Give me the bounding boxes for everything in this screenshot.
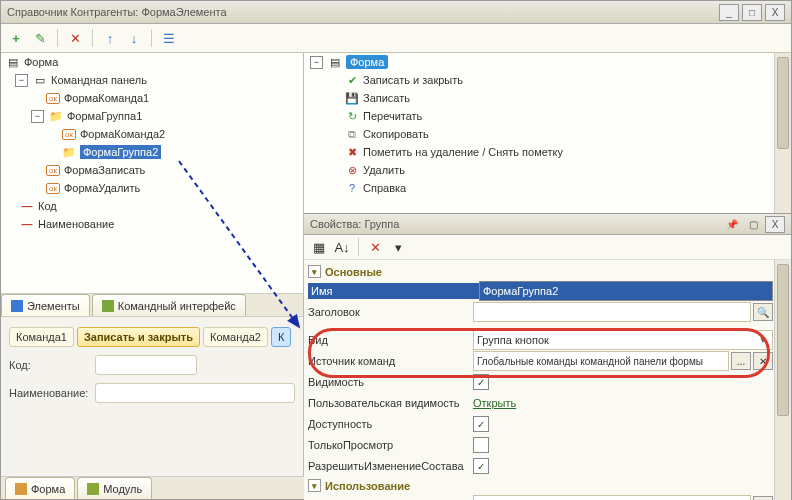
tree-form-delete[interactable]: ок ФормаУдалить (1, 179, 303, 197)
rt-help[interactable]: ? Справка (304, 179, 775, 197)
tree-form-group2[interactable]: 📁 ФормаГруппа2 (1, 143, 303, 161)
checkbox[interactable]: ✓ (473, 374, 489, 390)
rt-mark-delete[interactable]: ✖ Пометить на удаление / Снять пометку (304, 143, 775, 161)
prop-title-value[interactable] (473, 302, 751, 322)
tree-command-panel[interactable]: − ▭ Командная панель (1, 71, 303, 89)
checkbox[interactable] (473, 437, 489, 453)
collapse-toggle[interactable]: − (15, 74, 28, 87)
chevron-down-icon[interactable]: ▼ (756, 333, 770, 347)
tree-form-command2[interactable]: ок ФормаКоманда2 (1, 125, 303, 143)
prop-accessibility-row[interactable]: Доступность ✓ (308, 414, 773, 434)
rt-reread[interactable]: ↻ Перечитать (304, 107, 775, 125)
save-icon: 💾 (344, 91, 360, 105)
tree-root-form[interactable]: ▤ Форма (1, 53, 303, 71)
group-main[interactable]: ▾ Основные (308, 265, 773, 278)
up-arrow-icon[interactable]: ↑ (100, 28, 120, 48)
add-icon[interactable]: + (6, 28, 26, 48)
prop-label: Заголовок (308, 306, 473, 318)
rt-form[interactable]: − ▤ Форма (304, 53, 775, 71)
search-button[interactable]: 🔍 (753, 303, 773, 321)
preview-naim-label: Наименование: (9, 387, 89, 399)
properties-body[interactable]: ▾ Основные Имя ФормаГруппа2 Заголовок 🔍 … (304, 260, 791, 500)
down-arrow-icon[interactable]: ↓ (124, 28, 144, 48)
tree-kod[interactable]: — Код (1, 197, 303, 215)
pin-icon[interactable]: 📌 (723, 217, 741, 232)
collapse-toggle[interactable]: ▾ (308, 479, 321, 492)
group-label: Основные (325, 266, 382, 278)
properties-icon[interactable]: ☰ (159, 28, 179, 48)
collapse-toggle[interactable]: − (31, 110, 44, 123)
left-panel: ▤ Форма − ▭ Командная панель ок ФормаКом… (1, 53, 304, 499)
form-icon: ▤ (327, 55, 343, 69)
minimize-button[interactable]: _ (719, 4, 739, 21)
tree-label: Записать (363, 92, 410, 104)
prop-command-source-value[interactable]: Глобальные команды командной панели форм… (473, 351, 729, 371)
categorized-view-icon[interactable]: ▦ (309, 237, 329, 257)
tree-form-command1[interactable]: ок ФормаКоманда1 (1, 89, 303, 107)
scrollbar[interactable] (774, 53, 791, 213)
delete-icon[interactable]: ✕ (65, 28, 85, 48)
preview-kod-input[interactable] (95, 355, 197, 375)
rt-copy[interactable]: ⧉ Скопировать (304, 125, 775, 143)
clear-button[interactable]: ✕ (753, 352, 773, 370)
checkbox[interactable]: ✓ (473, 458, 489, 474)
preview-command2-button[interactable]: Команда2 (203, 327, 268, 347)
prop-command-source-row[interactable]: Источник команд Глобальные команды коман… (308, 351, 773, 371)
tab-form[interactable]: Форма (5, 477, 75, 499)
properties-title: Свойства: Группа (310, 218, 399, 230)
group-usage[interactable]: ▾ Использование (308, 479, 773, 492)
search-button[interactable]: 🔍 (753, 496, 773, 500)
tree-label: ФормаКоманда1 (64, 92, 149, 104)
preview-more-button[interactable]: К (271, 327, 291, 347)
prop-name-value[interactable]: ФормаГруппа2 (479, 281, 773, 301)
open-link[interactable]: Открыть (473, 397, 516, 409)
prop-hint-value[interactable] (473, 495, 751, 500)
form-commands-tree[interactable]: − ▤ Форма ✔ Записать и закрыть 💾 Записат… (304, 53, 791, 213)
tree-form-save[interactable]: ок ФормаЗаписать (1, 161, 303, 179)
checkbox[interactable]: ✓ (473, 416, 489, 432)
edit-icon[interactable]: ✎ (30, 28, 50, 48)
prop-hint-row[interactable]: Подсказка 🔍 (308, 495, 773, 500)
preview-save-close-button[interactable]: Записать и закрыть (77, 327, 200, 347)
preview-naim-input[interactable] (95, 383, 295, 403)
prop-name-row[interactable]: Имя ФормаГруппа2 (308, 281, 773, 301)
dropdown-value: Группа кнопок (477, 334, 549, 346)
ellipsis-button[interactable]: ... (731, 352, 751, 370)
rt-delete[interactable]: ⊗ Удалить (304, 161, 775, 179)
collapse-toggle[interactable]: ▾ (308, 265, 321, 278)
field-icon: — (19, 217, 35, 231)
properties-close-button[interactable]: X (765, 216, 785, 233)
tree-form-group1[interactable]: − 📁 ФормаГруппа1 (1, 107, 303, 125)
prop-title-row[interactable]: Заголовок 🔍 (308, 302, 773, 322)
prop-visibility-row[interactable]: Видимость ✓ (308, 372, 773, 392)
preview-kod-row: Код: (9, 355, 295, 375)
scrollbar[interactable] (774, 260, 791, 500)
tab-module[interactable]: Модуль (77, 477, 152, 499)
scrollbar-thumb[interactable] (777, 57, 789, 149)
window-titlebar: Справочник Контрагенты: ФормаЭлемента _ … (1, 1, 791, 24)
tab-elements[interactable]: Элементы (1, 294, 90, 316)
prop-kind-row[interactable]: Вид Группа кнопок▼ (308, 330, 773, 350)
tree-label: Удалить (363, 164, 405, 176)
maximize-button[interactable]: □ (742, 4, 762, 21)
prop-user-visibility-row[interactable]: Пользовательская видимость Открыть (308, 393, 773, 413)
thumbview-icon[interactable]: ▢ (744, 217, 762, 232)
tab-label: Модуль (103, 483, 142, 495)
preview-command1-button[interactable]: Команда1 (9, 327, 74, 347)
scrollbar-thumb[interactable] (777, 264, 789, 416)
prop-readonly-row[interactable]: ТолькоПросмотр (308, 435, 773, 455)
prop-allow-change-row[interactable]: РазрешитьИзменениеСостава ✓ (308, 456, 773, 476)
tab-label: Элементы (27, 300, 80, 312)
left-mid-tabs: Элементы Командный интерфейс (1, 293, 303, 316)
dropdown-icon[interactable]: ▾ (388, 237, 408, 257)
clear-icon[interactable]: ✕ (365, 237, 385, 257)
prop-kind-dropdown[interactable]: Группа кнопок▼ (473, 330, 773, 350)
rt-save[interactable]: 💾 Записать (304, 89, 775, 107)
alphabetic-view-icon[interactable]: A↓ (332, 237, 352, 257)
rt-save-close[interactable]: ✔ Записать и закрыть (304, 71, 775, 89)
close-button[interactable]: X (765, 4, 785, 21)
elements-tree[interactable]: ▤ Форма − ▭ Командная панель ок ФормаКом… (1, 53, 303, 293)
tree-naimenovanie[interactable]: — Наименование (1, 215, 303, 233)
tab-command-interface[interactable]: Командный интерфейс (92, 294, 246, 316)
collapse-toggle[interactable]: − (310, 56, 323, 69)
